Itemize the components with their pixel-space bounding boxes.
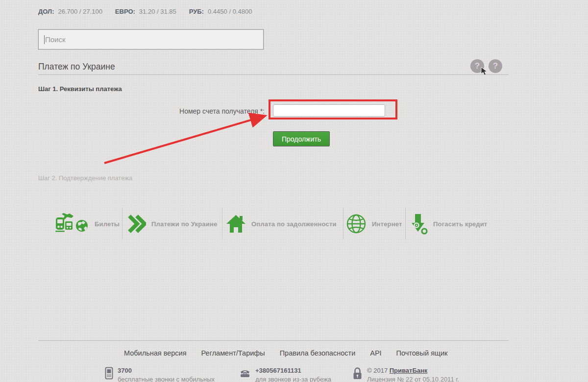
tickets-transport-icon xyxy=(55,213,89,235)
footer-link-api[interactable]: API xyxy=(370,349,381,357)
question-icon[interactable]: ? xyxy=(470,59,484,73)
currency-eur-label: ЕВРО: xyxy=(115,8,135,15)
footer-link-tariffs[interactable]: Регламент/Тарифы xyxy=(201,349,265,357)
menu-item-tickets[interactable]: Билеты xyxy=(55,208,120,239)
license-text: Лицензия № 22 от 05.10.2011 г. xyxy=(367,376,459,382)
currency-rub-value: 0.4450 / 0.4800 xyxy=(208,8,252,15)
footer-link-security-rules[interactable]: Правила безопасности xyxy=(280,349,356,357)
menu-item-label: Погасить кредит xyxy=(433,220,487,228)
menu-divider xyxy=(122,208,122,239)
contact-mobile-block: 3700 бесплатные звонки с мобильных xyxy=(105,367,215,382)
menu-divider xyxy=(343,208,343,239)
annotation-arrow xyxy=(0,0,588,382)
help-icons-group: ? ? xyxy=(470,59,502,73)
menu-item-internet[interactable]: Интернет xyxy=(346,208,402,239)
page-title: Платеж по Украине xyxy=(38,62,115,72)
menu-item-label: Платежи по Украине xyxy=(151,220,217,228)
lock-icon xyxy=(352,367,363,380)
step2-heading: Шаг 2. Подтверждение платежа xyxy=(38,174,132,182)
account-number-field[interactable] xyxy=(273,104,385,117)
copyright-text: © 2017 xyxy=(367,367,390,374)
currency-rub-label: РУБ: xyxy=(189,8,204,15)
house-icon xyxy=(226,214,246,234)
globe-wireframe-icon xyxy=(346,214,367,234)
double-chevron-icon xyxy=(128,215,146,233)
menu-item-label: Билеты xyxy=(95,220,120,228)
contact-intl-block: +380567161131 для звонков из-за рубежа xyxy=(239,367,331,382)
menu-item-label: Оплата по задолженности xyxy=(251,220,337,228)
currency-usd-label: ДОЛ: xyxy=(38,8,54,15)
phone-intl-desc: для звонков из-за рубежа xyxy=(255,376,331,382)
currency-usd-value: 26.700 / 27.100 xyxy=(58,8,102,15)
phone-short-desc: бесплатные звонки с мобильных xyxy=(118,376,215,382)
step1-heading: Шаг 1. Реквизиты платежа xyxy=(38,85,122,93)
currency-eur-value: 31.20 / 31.85 xyxy=(139,8,176,15)
account-number-label: Номер счета получателя *: xyxy=(147,107,265,115)
currency-rates-bar: ДОЛ: 26.700 / 27.100 ЕВРО: 31.20 / 31.85… xyxy=(38,8,252,15)
menu-item-debt-payment[interactable]: Оплата по задолженности xyxy=(226,208,337,239)
continue-button[interactable]: Продолжить xyxy=(273,131,330,146)
search-placeholder: Поиск xyxy=(45,35,66,44)
menu-item-repay-credit[interactable]: Погасить кредит xyxy=(411,208,487,239)
footer-divider xyxy=(38,340,509,341)
payment-page: ДОЛ: 26.700 / 27.100 ЕВРО: 31.20 / 31.85… xyxy=(0,0,588,382)
telephone-icon xyxy=(239,367,251,379)
footer-link-mailbox[interactable]: Почтовый ящик xyxy=(396,349,448,357)
heading-divider xyxy=(38,74,509,75)
footer-links: Мобильная версия Регламент/Тарифы Правил… xyxy=(124,349,447,357)
footer-link-mobile-version[interactable]: Мобильная версия xyxy=(124,349,187,357)
mobile-phone-icon xyxy=(105,367,113,380)
percent-arrow-icon xyxy=(411,213,428,235)
privatbank-link[interactable]: ПриватБанк xyxy=(390,367,428,374)
currency-usd: ДОЛ: 26.700 / 27.100 xyxy=(38,8,102,15)
question-icon[interactable]: ? xyxy=(489,59,502,73)
menu-divider xyxy=(405,208,406,239)
menu-item-payments-ukraine[interactable]: Платежи по Украине xyxy=(128,208,217,239)
text-caret xyxy=(44,35,45,44)
contact-license-block: © 2017 ПриватБанк Лицензия № 22 от 05.10… xyxy=(352,367,459,382)
search-input[interactable]: Поиск xyxy=(38,29,264,49)
phone-short-number: 3700 xyxy=(118,367,215,374)
currency-eur: ЕВРО: 31.20 / 31.85 xyxy=(115,8,176,15)
currency-rub: РУБ: 0.4450 / 0.4800 xyxy=(189,8,252,15)
menu-item-label: Интернет xyxy=(372,220,402,228)
phone-intl-number: +380567161131 xyxy=(255,367,331,374)
menu-divider xyxy=(222,208,222,239)
